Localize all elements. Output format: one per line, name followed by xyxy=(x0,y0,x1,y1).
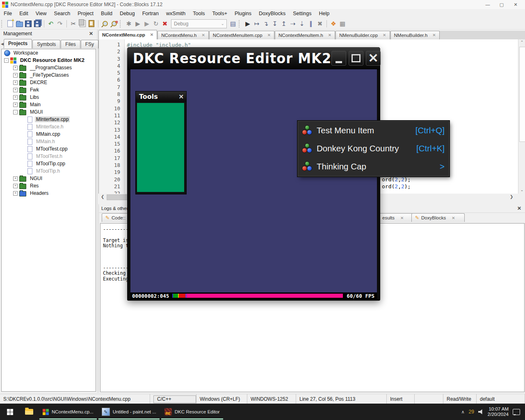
menu-build[interactable]: Build xyxy=(97,9,116,18)
step-into-instruction-button[interactable]: ⇣ xyxy=(297,19,306,28)
management-close-icon[interactable]: ✕ xyxy=(89,31,93,37)
break-debugger-button[interactable]: ∥ xyxy=(306,19,315,28)
tools-palette-swatch[interactable] xyxy=(137,103,184,192)
management-tab-files[interactable]: Files xyxy=(61,40,80,48)
expand-icon[interactable]: + xyxy=(13,80,18,85)
step-into-button[interactable]: ↧ xyxy=(270,19,279,28)
editor-tab-nmenubuilder-h[interactable]: NMenuBuilder.h✕ xyxy=(390,31,440,39)
menu-view[interactable]: View xyxy=(32,9,50,18)
tab-close-icon[interactable]: ✕ xyxy=(432,33,436,37)
dkc-titlebar[interactable]: DKC Resource Editor MK2 ✕ xyxy=(127,47,380,70)
menu-project[interactable]: Project xyxy=(74,9,97,18)
file-explorer-button[interactable] xyxy=(20,404,39,420)
scroll-up-icon[interactable]: ⌃ xyxy=(518,40,525,44)
tab-close-icon[interactable]: ✕ xyxy=(150,32,153,37)
expand-icon[interactable]: + xyxy=(13,103,18,107)
tree-item-fwk[interactable]: +Fwk xyxy=(2,86,96,94)
scroll-left-icon[interactable]: ❮ xyxy=(101,194,104,199)
tab-close-icon[interactable]: ✕ xyxy=(452,216,455,220)
tree-item-mtooltest-h[interactable]: MToolTest.h xyxy=(2,153,96,160)
vscroll-thumb[interactable] xyxy=(519,47,525,142)
menu-help[interactable]: Help xyxy=(315,9,333,18)
menu-tools[interactable]: Tools xyxy=(189,9,208,18)
expand-icon[interactable]: + xyxy=(13,66,18,70)
tree-item-mgui[interactable]: -MGUI xyxy=(2,108,96,116)
collapse-icon[interactable]: - xyxy=(13,110,18,114)
window-close-button[interactable]: ✕ xyxy=(509,0,523,9)
tree-item-minterface-h[interactable]: MInterface.h xyxy=(2,123,96,130)
context-menu-item-donkey-kong-country[interactable]: Donkey Kong Country[Ctrl+K] xyxy=(298,139,449,158)
editor-tab-nmenubuilder-cpp[interactable]: NMenuBuilder.cpp✕ xyxy=(336,31,390,39)
dkc-maximize-button[interactable] xyxy=(349,51,363,66)
tab-close-icon[interactable]: ✕ xyxy=(267,33,271,37)
combo-dropdown-icon[interactable]: ⌄ xyxy=(221,21,224,26)
context-menu-item-thinking-cap[interactable]: Thinking Cap> xyxy=(298,158,449,176)
dkc-minimize-button[interactable] xyxy=(331,51,346,66)
abort-button[interactable]: ✖ xyxy=(160,19,169,28)
tree-item-mtooltip-cpp[interactable]: MToolTip.cpp xyxy=(2,160,96,167)
tree-item-mmain-h[interactable]: MMain.h xyxy=(2,138,96,145)
taskbar-app-dkc[interactable]: REDKC Resource Editor xyxy=(160,404,224,420)
find-button[interactable] xyxy=(100,19,110,28)
start-button[interactable] xyxy=(0,404,20,420)
menu-settings[interactable]: Settings xyxy=(289,9,315,18)
copy-button[interactable] xyxy=(78,19,87,28)
tree-item-dkcre[interactable]: +DKCRE xyxy=(2,79,96,86)
save-button[interactable] xyxy=(24,19,33,28)
expand-icon[interactable]: + xyxy=(13,88,18,92)
paste-button[interactable] xyxy=(87,19,96,28)
tab-close-icon[interactable]: ✕ xyxy=(201,33,205,37)
tools-palette-close-icon[interactable]: ✕ xyxy=(178,93,184,100)
context-menu-item-test-menu-item[interactable]: Test Menu Item[Ctrl+Q] xyxy=(298,121,449,139)
volume-icon[interactable] xyxy=(478,409,484,414)
build-and-run-button[interactable]: ▶ xyxy=(142,19,151,28)
debugging-windows-button[interactable]: ❖ xyxy=(329,19,338,28)
save-all-button[interactable] xyxy=(33,19,42,28)
menu-file[interactable]: File xyxy=(0,9,16,18)
stop-debugger-button[interactable]: ✖ xyxy=(315,19,324,28)
tab-close-icon[interactable]: ✕ xyxy=(383,33,386,37)
tree-item-mtooltest-cpp[interactable]: MToolTest.cpp xyxy=(2,145,96,153)
tools-palette[interactable]: Tools ✕ xyxy=(135,91,187,194)
run-to-cursor-button[interactable]: ↦ xyxy=(252,19,261,28)
tree-item-minterface-cpp[interactable]: MInterface.cpp xyxy=(2,116,96,123)
dkc-close-button[interactable]: ✕ xyxy=(366,51,381,66)
tree-item--programclasses[interactable]: +__ProgramClasses xyxy=(2,64,96,71)
tab-close-icon[interactable]: ✕ xyxy=(400,216,404,220)
tray-overflow-icon[interactable]: ∧ xyxy=(461,409,464,415)
management-tab-symbols[interactable]: Symbols xyxy=(32,40,60,48)
menu-doxyblocks[interactable]: DoxyBlocks xyxy=(255,9,289,18)
tree-item-res[interactable]: +Res xyxy=(2,182,96,189)
undo-button[interactable]: ↶ xyxy=(46,19,55,28)
editor-tab-ncontextmenu-h[interactable]: NContextMenu.h✕ xyxy=(158,31,209,39)
menu-wxsmith[interactable]: wxSmith xyxy=(162,9,189,18)
tree-item-main[interactable]: +Main xyxy=(2,101,96,108)
tab-scroll-left-icon[interactable]: ◀ xyxy=(1,42,4,46)
menu-debug[interactable]: Debug xyxy=(116,9,139,18)
tree-item-workspace[interactable]: Workspace xyxy=(2,49,96,57)
menu-edit[interactable]: Edit xyxy=(16,9,32,18)
menu-plugins[interactable]: Plugins xyxy=(231,9,255,18)
action-center-icon[interactable] xyxy=(513,409,520,415)
logs-close-icon[interactable]: ✕ xyxy=(517,205,521,211)
management-tab-projects[interactable]: Projects xyxy=(4,39,32,48)
open-file-button[interactable] xyxy=(15,19,24,28)
tree-item-mtooltip-h[interactable]: MToolTip.h xyxy=(2,167,96,175)
debug-continue-button[interactable]: ▶ xyxy=(243,19,252,28)
cut-button[interactable]: ✂ xyxy=(69,19,78,28)
taskbar-app-codeblocks[interactable]: NContextMenu.cp... xyxy=(39,404,98,420)
find-replace-button[interactable] xyxy=(110,19,119,28)
run-button[interactable]: ▶ xyxy=(133,19,142,28)
window-minimize-button[interactable]: — xyxy=(481,0,495,9)
expand-icon[interactable]: + xyxy=(13,73,18,78)
taskbar-app-paintnet[interactable]: ✎Untitled - paint.net ... xyxy=(98,404,160,420)
tree-item-dkc-resource-editor-mk2[interactable]: -DKC Resource Editor MK2 xyxy=(2,57,96,64)
menu-fortran[interactable]: Fortran xyxy=(139,9,162,18)
taskbar-clock[interactable]: 10:07 AM 2/20/2024 xyxy=(488,406,509,417)
show-compiler-options-button[interactable]: ▤ xyxy=(228,19,237,28)
editor-vertical-scrollbar[interactable]: ⌃ ⌄ xyxy=(518,39,525,194)
collapse-icon[interactable]: - xyxy=(4,58,9,63)
tab-close-icon[interactable]: ✕ xyxy=(328,33,331,37)
expand-icon[interactable]: + xyxy=(13,176,18,181)
scroll-down-icon[interactable]: ⌄ xyxy=(518,188,525,192)
